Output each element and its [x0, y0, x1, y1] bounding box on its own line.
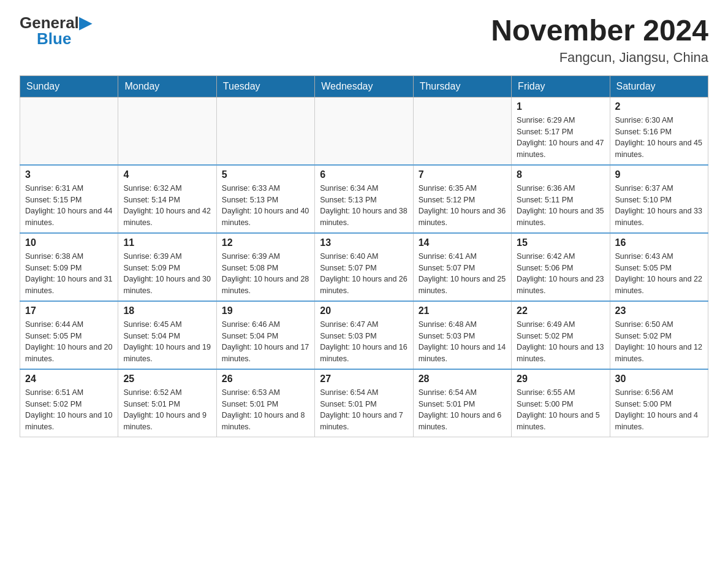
day-of-week-header: Sunday [20, 75, 118, 97]
calendar-cell [118, 97, 216, 165]
calendar-cell: 9Sunrise: 6:37 AM Sunset: 5:10 PM Daylig… [610, 165, 708, 233]
day-number: 21 [419, 305, 506, 316]
day-info: Sunrise: 6:36 AM Sunset: 5:11 PM Dayligh… [517, 183, 604, 229]
logo-bottom-line: Blue [20, 31, 71, 47]
calendar-week-row: 3Sunrise: 6:31 AM Sunset: 5:15 PM Daylig… [20, 165, 708, 233]
day-info: Sunrise: 6:40 AM Sunset: 5:07 PM Dayligh… [320, 251, 408, 297]
day-of-week-header: Wednesday [315, 75, 413, 97]
calendar-cell: 30Sunrise: 6:56 AM Sunset: 5:00 PM Dayli… [610, 369, 708, 437]
logo: General▶ Blue [20, 15, 91, 47]
day-number: 22 [517, 305, 604, 316]
calendar-week-row: 1Sunrise: 6:29 AM Sunset: 5:17 PM Daylig… [20, 97, 708, 165]
day-number: 28 [419, 373, 506, 385]
day-number: 25 [123, 373, 211, 385]
calendar-cell [20, 97, 118, 165]
day-info: Sunrise: 6:38 AM Sunset: 5:09 PM Dayligh… [25, 251, 113, 297]
day-info: Sunrise: 6:54 AM Sunset: 5:01 PM Dayligh… [320, 387, 408, 433]
day-number: 4 [123, 169, 211, 180]
calendar-header-row: SundayMondayTuesdayWednesdayThursdayFrid… [20, 75, 708, 97]
calendar-week-row: 24Sunrise: 6:51 AM Sunset: 5:02 PM Dayli… [20, 369, 708, 437]
day-info: Sunrise: 6:42 AM Sunset: 5:06 PM Dayligh… [517, 251, 604, 297]
day-number: 16 [615, 237, 703, 248]
day-of-week-header: Thursday [413, 75, 511, 97]
day-info: Sunrise: 6:32 AM Sunset: 5:14 PM Dayligh… [123, 183, 211, 229]
calendar-cell: 18Sunrise: 6:45 AM Sunset: 5:04 PM Dayli… [118, 301, 216, 369]
day-info: Sunrise: 6:56 AM Sunset: 5:00 PM Dayligh… [615, 387, 703, 433]
calendar-cell: 14Sunrise: 6:41 AM Sunset: 5:07 PM Dayli… [413, 233, 511, 301]
day-info: Sunrise: 6:43 AM Sunset: 5:05 PM Dayligh… [615, 251, 703, 297]
day-number: 26 [222, 373, 309, 385]
calendar-week-row: 10Sunrise: 6:38 AM Sunset: 5:09 PM Dayli… [20, 233, 708, 301]
day-of-week-header: Saturday [610, 75, 708, 97]
calendar-title: November 2024 [491, 15, 708, 47]
day-number: 20 [320, 305, 408, 316]
calendar-cell: 27Sunrise: 6:54 AM Sunset: 5:01 PM Dayli… [315, 369, 413, 437]
day-of-week-header: Friday [512, 75, 610, 97]
calendar-cell: 1Sunrise: 6:29 AM Sunset: 5:17 PM Daylig… [512, 97, 610, 165]
day-of-week-header: Monday [118, 75, 216, 97]
day-info: Sunrise: 6:46 AM Sunset: 5:04 PM Dayligh… [222, 319, 309, 365]
calendar-cell: 26Sunrise: 6:53 AM Sunset: 5:01 PM Dayli… [216, 369, 314, 437]
day-number: 19 [222, 305, 309, 316]
day-info: Sunrise: 6:33 AM Sunset: 5:13 PM Dayligh… [222, 183, 309, 229]
calendar-cell: 12Sunrise: 6:39 AM Sunset: 5:08 PM Dayli… [216, 233, 314, 301]
day-number: 8 [517, 169, 604, 180]
day-info: Sunrise: 6:30 AM Sunset: 5:16 PM Dayligh… [615, 115, 703, 161]
calendar-cell: 22Sunrise: 6:49 AM Sunset: 5:02 PM Dayli… [512, 301, 610, 369]
day-number: 18 [123, 305, 211, 316]
logo-blue-text: Blue [37, 29, 71, 48]
day-number: 17 [25, 305, 113, 316]
logo-top-line: General▶ [20, 15, 91, 31]
calendar-subtitle: Fangcun, Jiangsu, China [491, 50, 708, 66]
calendar-table: SundayMondayTuesdayWednesdayThursdayFrid… [20, 75, 708, 437]
day-number: 27 [320, 373, 408, 385]
day-number: 15 [517, 237, 604, 248]
day-info: Sunrise: 6:41 AM Sunset: 5:07 PM Dayligh… [419, 251, 506, 297]
day-info: Sunrise: 6:55 AM Sunset: 5:00 PM Dayligh… [517, 387, 604, 433]
day-number: 13 [320, 237, 408, 248]
day-info: Sunrise: 6:52 AM Sunset: 5:01 PM Dayligh… [123, 387, 211, 433]
calendar-cell: 7Sunrise: 6:35 AM Sunset: 5:12 PM Daylig… [413, 165, 511, 233]
title-block: November 2024 Fangcun, Jiangsu, China [491, 15, 708, 66]
day-number: 30 [615, 373, 703, 385]
day-info: Sunrise: 6:31 AM Sunset: 5:15 PM Dayligh… [25, 183, 113, 229]
day-number: 2 [615, 101, 703, 112]
calendar-cell: 3Sunrise: 6:31 AM Sunset: 5:15 PM Daylig… [20, 165, 118, 233]
day-info: Sunrise: 6:39 AM Sunset: 5:08 PM Dayligh… [222, 251, 309, 297]
page-header: General▶ Blue November 2024 Fangcun, Jia… [20, 15, 708, 66]
day-number: 7 [419, 169, 506, 180]
day-number: 5 [222, 169, 309, 180]
day-number: 10 [25, 237, 113, 248]
calendar-cell: 25Sunrise: 6:52 AM Sunset: 5:01 PM Dayli… [118, 369, 216, 437]
calendar-cell: 28Sunrise: 6:54 AM Sunset: 5:01 PM Dayli… [413, 369, 511, 437]
day-info: Sunrise: 6:39 AM Sunset: 5:09 PM Dayligh… [123, 251, 211, 297]
calendar-cell: 11Sunrise: 6:39 AM Sunset: 5:09 PM Dayli… [118, 233, 216, 301]
logo-arrow-icon: ▶ [79, 13, 91, 32]
day-info: Sunrise: 6:54 AM Sunset: 5:01 PM Dayligh… [419, 387, 506, 433]
day-info: Sunrise: 6:44 AM Sunset: 5:05 PM Dayligh… [25, 319, 113, 365]
calendar-cell: 24Sunrise: 6:51 AM Sunset: 5:02 PM Dayli… [20, 369, 118, 437]
calendar-cell: 8Sunrise: 6:36 AM Sunset: 5:11 PM Daylig… [512, 165, 610, 233]
day-info: Sunrise: 6:51 AM Sunset: 5:02 PM Dayligh… [25, 387, 113, 433]
day-number: 24 [25, 373, 113, 385]
calendar-cell: 19Sunrise: 6:46 AM Sunset: 5:04 PM Dayli… [216, 301, 314, 369]
calendar-cell: 5Sunrise: 6:33 AM Sunset: 5:13 PM Daylig… [216, 165, 314, 233]
day-number: 9 [615, 169, 703, 180]
calendar-cell [216, 97, 314, 165]
day-number: 23 [615, 305, 703, 316]
day-info: Sunrise: 6:49 AM Sunset: 5:02 PM Dayligh… [517, 319, 604, 365]
calendar-cell: 23Sunrise: 6:50 AM Sunset: 5:02 PM Dayli… [610, 301, 708, 369]
day-number: 1 [517, 101, 604, 112]
day-info: Sunrise: 6:50 AM Sunset: 5:02 PM Dayligh… [615, 319, 703, 365]
calendar-cell: 29Sunrise: 6:55 AM Sunset: 5:00 PM Dayli… [512, 369, 610, 437]
day-number: 11 [123, 237, 211, 248]
day-number: 14 [419, 237, 506, 248]
day-info: Sunrise: 6:45 AM Sunset: 5:04 PM Dayligh… [123, 319, 211, 365]
calendar-cell [315, 97, 413, 165]
calendar-cell: 6Sunrise: 6:34 AM Sunset: 5:13 PM Daylig… [315, 165, 413, 233]
calendar-cell: 4Sunrise: 6:32 AM Sunset: 5:14 PM Daylig… [118, 165, 216, 233]
day-number: 29 [517, 373, 604, 385]
calendar-cell: 13Sunrise: 6:40 AM Sunset: 5:07 PM Dayli… [315, 233, 413, 301]
calendar-cell: 2Sunrise: 6:30 AM Sunset: 5:16 PM Daylig… [610, 97, 708, 165]
day-info: Sunrise: 6:29 AM Sunset: 5:17 PM Dayligh… [517, 115, 604, 161]
